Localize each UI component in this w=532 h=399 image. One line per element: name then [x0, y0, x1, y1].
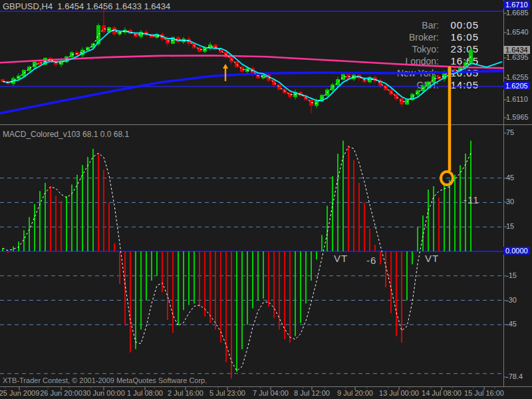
macd-annotation-text: VT	[334, 253, 348, 264]
chart-title: GBPUSD,H4 1.6454 1.6456 1.6433 1.6434	[3, 1, 170, 11]
time-axis-label: 9 Jul 20:00	[337, 389, 373, 397]
time-axis-label: 25 Jun 2009	[0, 389, 39, 397]
macd-annotation-text: VT	[425, 253, 439, 264]
macd-scale-label: 0.0000	[503, 247, 530, 255]
price-scale-label: 1.6540	[506, 28, 529, 36]
macd-scale-label: -15	[506, 271, 517, 279]
price-scale-label: 1.5965	[506, 113, 529, 121]
time-axis-label: 7 Jul 04:00	[253, 389, 289, 397]
time-axis-label: 5 Jul 23:00	[209, 389, 245, 397]
price-scale-label: 1.6110	[506, 95, 528, 103]
time-axis-label: 14 Jul 08:00	[422, 389, 462, 397]
macd-scale-label: 15	[506, 222, 514, 230]
time-axis-label: 1 Jul 08:00	[127, 389, 163, 397]
price-scale-label: 1.6395	[506, 53, 529, 61]
macd-indicator-label: MACD_Colored_v103 68.1 0.0 68.1	[3, 130, 129, 139]
copyright-text: XTB-Trader Contest, © 2001-2009 MetaQuot…	[3, 376, 207, 384]
time-axis-label: 30 Jun 00:00	[82, 389, 125, 397]
time-axis-label: 15 Jul 16:00	[464, 389, 504, 397]
macd-scale-label: 30	[506, 198, 514, 205]
price-and-macd-chart[interactable]	[0, 0, 532, 399]
time-axis-label: 13 Jul 00:00	[379, 389, 419, 397]
mt4-chart-window: Bar: 00:05 Broker: 16:05 Tokyo: 23:05 Lo…	[0, 0, 532, 399]
macd-scale-label: -78.4	[506, 372, 523, 380]
price-scale-label: 1.6255	[506, 73, 529, 81]
macd-scale-label: -45	[506, 320, 517, 328]
macd-scale-label: 75	[506, 128, 514, 136]
macd-annotation-text: -11	[464, 194, 479, 205]
macd-scale-label: 45	[506, 174, 514, 182]
price-scale-label: 1.6685	[506, 9, 529, 17]
time-axis-label: 26 Jun 20:00	[40, 389, 82, 397]
macd-scale-label: -30	[506, 296, 517, 304]
price-scale-label: 1.6205	[503, 82, 530, 90]
price-scale-label: 1.6710	[503, 1, 530, 9]
macd-annotation-text: -6	[366, 255, 376, 266]
time-axis-label: 8 Jul 12:00	[294, 389, 330, 397]
time-axis-label: 2 Jul 16:00	[168, 389, 203, 397]
